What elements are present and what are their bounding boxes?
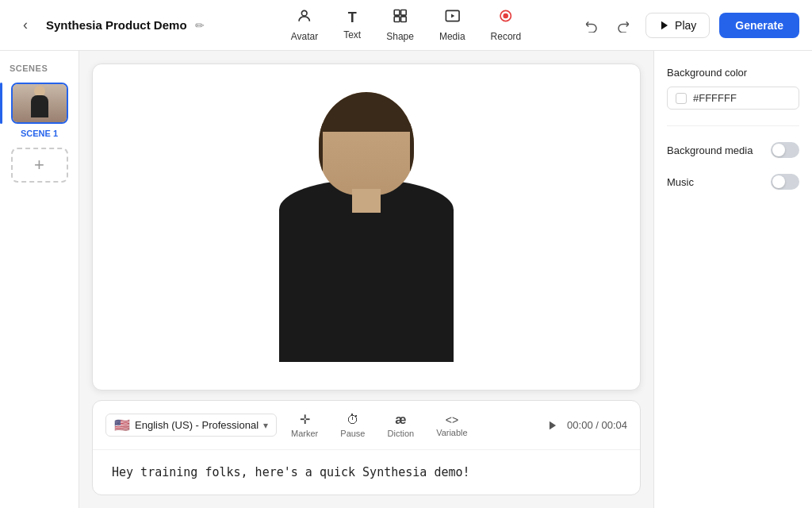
flag-icon: 🇺🇸	[114, 418, 130, 433]
record-icon	[498, 8, 514, 28]
language-label: English (US) - Professional	[135, 419, 259, 431]
script-timer: 00:00 / 00:04	[543, 416, 627, 435]
diction-icon: æ	[395, 413, 406, 427]
play-button[interactable]: Play	[645, 13, 710, 38]
scene-active-indicator	[0, 83, 2, 124]
music-label: Music	[667, 176, 694, 188]
script-toolbar: 🇺🇸 English (US) - Professional ▾ ✛ Marke…	[93, 401, 640, 450]
color-swatch	[676, 93, 687, 104]
bg-color-label: Background color	[667, 67, 799, 79]
toolbar-shape[interactable]: Shape	[375, 2, 425, 48]
script-play-button[interactable]	[543, 416, 562, 435]
music-row: Music	[667, 174, 799, 190]
music-toggle[interactable]	[771, 174, 799, 190]
script-area: 🇺🇸 English (US) - Professional ▾ ✛ Marke…	[92, 400, 641, 495]
panel-divider-1	[667, 125, 799, 126]
undo-redo-group	[579, 13, 636, 38]
silhouette-body	[31, 95, 48, 117]
avatar-head	[319, 92, 414, 195]
generate-button[interactable]: Generate	[719, 13, 799, 38]
bg-color-section: Background color #FFFFFF	[667, 67, 799, 110]
language-selector[interactable]: 🇺🇸 English (US) - Professional ▾	[105, 414, 277, 437]
avatar-canvas	[247, 92, 485, 362]
variable-icon: <>	[446, 414, 458, 426]
avatar-hair-right	[410, 108, 414, 195]
toolbar-shape-label: Shape	[386, 31, 414, 42]
toolbar-avatar-label: Avatar	[291, 31, 318, 42]
diction-label: Diction	[388, 429, 415, 438]
avatar-hair-left	[319, 108, 323, 195]
pause-icon: ⏱	[347, 413, 359, 427]
avatar-hair-top	[319, 92, 414, 132]
avatar-icon	[297, 8, 312, 28]
toolbar-record[interactable]: Record	[480, 2, 533, 48]
back-button[interactable]: ‹	[13, 13, 38, 38]
topbar: ‹ Synthesia Product Demo ✏ Avatar T Text	[0, 0, 812, 51]
toolbar-avatar[interactable]: Avatar	[280, 2, 329, 48]
play-icon	[659, 20, 670, 31]
svg-rect-2	[400, 10, 406, 16]
music-section: Music	[667, 174, 799, 190]
color-value: #FFFFFF	[693, 92, 737, 104]
topbar-right: Play Generate	[579, 13, 799, 38]
bg-media-label: Background media	[667, 144, 753, 156]
main-content: Scenes SCENE 1 +	[0, 51, 812, 508]
svg-point-7	[504, 13, 509, 19]
scene-1-thumbnail	[11, 83, 68, 124]
bg-media-row: Background media	[667, 142, 799, 158]
shape-icon	[393, 8, 408, 28]
toolbar-record-label: Record	[491, 31, 522, 42]
svg-point-0	[302, 10, 308, 16]
language-chevron: ▾	[263, 420, 268, 431]
canvas-area: 🇺🇸 English (US) - Professional ▾ ✛ Marke…	[79, 51, 653, 508]
marker-icon: ✛	[300, 412, 310, 427]
svg-marker-9	[550, 421, 556, 429]
pause-tool[interactable]: ⏱ Pause	[332, 410, 373, 441]
right-panel: Background color #FFFFFF Background medi…	[653, 51, 812, 508]
play-label: Play	[675, 19, 696, 32]
toolbar-media-label: Media	[439, 31, 465, 42]
scene-1-label: SCENE 1	[21, 129, 58, 138]
toolbar-text[interactable]: T Text	[332, 3, 372, 47]
timer-display: 00:00 / 00:04	[567, 419, 627, 431]
svg-marker-8	[661, 21, 668, 29]
scene-avatar-silhouette	[28, 86, 52, 121]
edit-icon[interactable]: ✏	[195, 19, 205, 32]
toolbar-text-label: Text	[343, 29, 361, 40]
video-canvas	[92, 64, 641, 391]
marker-label: Marker	[291, 429, 318, 438]
svg-rect-4	[400, 17, 406, 22]
variable-label: Variable	[436, 428, 468, 437]
text-icon: T	[348, 10, 357, 26]
toolbar-media[interactable]: Media	[428, 2, 477, 48]
avatar-neck	[352, 189, 381, 213]
variable-tool[interactable]: <> Variable	[428, 410, 476, 441]
toolbar-center: Avatar T Text Shape	[280, 2, 533, 48]
sidebar: Scenes SCENE 1 +	[0, 51, 79, 508]
marker-tool[interactable]: ✛ Marker	[283, 409, 326, 441]
project-title: Synthesia Product Demo	[46, 18, 187, 32]
scene-1-thumb-inner	[13, 84, 67, 122]
scene-1-item[interactable]: SCENE 1	[6, 83, 72, 138]
pause-label: Pause	[340, 429, 365, 438]
add-scene-button[interactable]: +	[11, 148, 68, 183]
scenes-label: Scenes	[6, 64, 72, 73]
bg-media-section: Background media	[667, 142, 799, 158]
redo-button[interactable]	[611, 13, 636, 38]
diction-tool[interactable]: æ Diction	[380, 410, 423, 441]
bg-media-toggle[interactable]	[771, 142, 799, 158]
svg-rect-1	[394, 10, 400, 16]
script-text[interactable]: Hey training folks, here's a quick Synth…	[93, 450, 640, 495]
color-input-row[interactable]: #FFFFFF	[667, 87, 799, 110]
media-icon	[444, 8, 460, 28]
svg-rect-3	[394, 17, 400, 22]
undo-button[interactable]	[579, 13, 604, 38]
